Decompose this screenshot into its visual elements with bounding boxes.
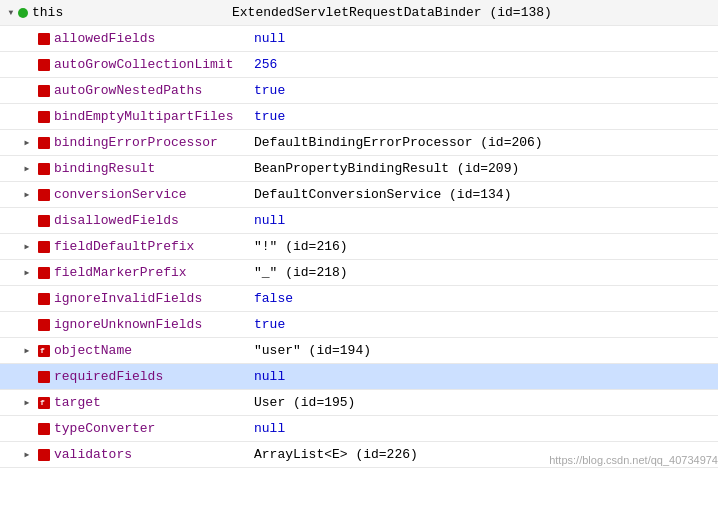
field-name: requiredFields — [54, 369, 254, 384]
field-type-icon — [38, 267, 50, 279]
expand-btn[interactable] — [20, 266, 34, 280]
field-type-icon — [38, 241, 50, 253]
root-field-name: this — [32, 5, 232, 20]
field-type-icon — [38, 137, 50, 149]
expand-btn-empty — [20, 58, 34, 72]
green-dot-icon — [18, 8, 28, 18]
field-name: validators — [54, 447, 254, 462]
tree-row[interactable]: targetUser (id=195) — [0, 390, 718, 416]
expand-btn[interactable] — [20, 188, 34, 202]
field-type-icon — [38, 111, 50, 123]
field-value: false — [254, 291, 718, 306]
tree-row[interactable]: conversionServiceDefaultConversionServic… — [0, 182, 718, 208]
expand-btn-empty — [20, 422, 34, 436]
field-type-icon — [38, 85, 50, 97]
field-name: fieldDefaultPrefix — [54, 239, 254, 254]
field-value: true — [254, 109, 718, 124]
field-name: bindEmptyMultipartFiles — [54, 109, 254, 124]
field-type-icon — [38, 371, 50, 383]
field-value: DefaultConversionService (id=134) — [254, 187, 718, 202]
field-type-icon — [38, 293, 50, 305]
root-row[interactable]: this ExtendedServletRequestDataBinder (i… — [0, 0, 718, 26]
field-type-icon — [38, 449, 50, 461]
expand-btn-empty — [20, 318, 34, 332]
expand-btn-empty — [20, 32, 34, 46]
debug-tree-panel: this ExtendedServletRequestDataBinder (i… — [0, 0, 718, 468]
field-name: bindingResult — [54, 161, 254, 176]
field-name: autoGrowCollectionLimit — [54, 57, 254, 72]
field-type-icon — [38, 345, 50, 357]
expand-btn[interactable] — [20, 240, 34, 254]
field-type-icon — [38, 189, 50, 201]
field-value: 256 — [254, 57, 718, 72]
tree-row[interactable]: fieldDefaultPrefix"!" (id=216) — [0, 234, 718, 260]
tree-row[interactable]: bindingResultBeanPropertyBindingResult (… — [0, 156, 718, 182]
root-field-value: ExtendedServletRequestDataBinder (id=138… — [232, 5, 718, 20]
tree-row[interactable]: fieldMarkerPrefix"_" (id=218) — [0, 260, 718, 286]
field-value: null — [254, 369, 718, 384]
expand-btn-empty — [20, 292, 34, 306]
watermark: https://blog.csdn.net/qq_40734974 — [549, 454, 718, 466]
field-type-icon — [38, 59, 50, 71]
field-type-icon — [38, 423, 50, 435]
tree-row[interactable]: bindEmptyMultipartFilestrue — [0, 104, 718, 130]
expand-btn-empty — [20, 110, 34, 124]
field-name: typeConverter — [54, 421, 254, 436]
field-value: null — [254, 421, 718, 436]
tree-row[interactable]: objectName"user" (id=194) — [0, 338, 718, 364]
expand-btn[interactable] — [20, 396, 34, 410]
tree-row[interactable]: allowedFieldsnull — [0, 26, 718, 52]
field-name: bindingErrorProcessor — [54, 135, 254, 150]
expand-btn-empty — [20, 84, 34, 98]
variable-tree: this ExtendedServletRequestDataBinder (i… — [0, 0, 718, 468]
expand-btn[interactable] — [20, 344, 34, 358]
expand-btn[interactable] — [20, 448, 34, 462]
tree-row[interactable]: autoGrowCollectionLimit256 — [0, 52, 718, 78]
expand-btn[interactable] — [20, 136, 34, 150]
field-type-icon — [38, 163, 50, 175]
field-type-icon — [38, 215, 50, 227]
expand-btn-empty — [20, 214, 34, 228]
tree-row[interactable]: requiredFieldsnull — [0, 364, 718, 390]
field-name: ignoreInvalidFields — [54, 291, 254, 306]
field-name: ignoreUnknownFields — [54, 317, 254, 332]
field-name: conversionService — [54, 187, 254, 202]
expand-btn-empty — [20, 370, 34, 384]
tree-row[interactable]: ignoreUnknownFieldstrue — [0, 312, 718, 338]
field-type-icon — [38, 319, 50, 331]
field-type-icon — [38, 33, 50, 45]
field-name: objectName — [54, 343, 254, 358]
field-name: fieldMarkerPrefix — [54, 265, 254, 280]
field-value: null — [254, 31, 718, 46]
field-value: null — [254, 213, 718, 228]
field-name: autoGrowNestedPaths — [54, 83, 254, 98]
field-value: User (id=195) — [254, 395, 718, 410]
field-value: BeanPropertyBindingResult (id=209) — [254, 161, 718, 176]
tree-row[interactable]: typeConverternull — [0, 416, 718, 442]
field-name: allowedFields — [54, 31, 254, 46]
field-value: true — [254, 83, 718, 98]
field-value: true — [254, 317, 718, 332]
field-value: "user" (id=194) — [254, 343, 718, 358]
tree-row[interactable]: bindingErrorProcessorDefaultBindingError… — [0, 130, 718, 156]
root-expand-btn[interactable] — [4, 6, 18, 20]
field-name: disallowedFields — [54, 213, 254, 228]
tree-row[interactable]: autoGrowNestedPathstrue — [0, 78, 718, 104]
field-value: DefaultBindingErrorProcessor (id=206) — [254, 135, 718, 150]
tree-row[interactable]: disallowedFieldsnull — [0, 208, 718, 234]
field-name: target — [54, 395, 254, 410]
expand-btn[interactable] — [20, 162, 34, 176]
tree-row[interactable]: ignoreInvalidFieldsfalse — [0, 286, 718, 312]
field-value: "!" (id=216) — [254, 239, 718, 254]
field-value: "_" (id=218) — [254, 265, 718, 280]
field-type-icon — [38, 397, 50, 409]
